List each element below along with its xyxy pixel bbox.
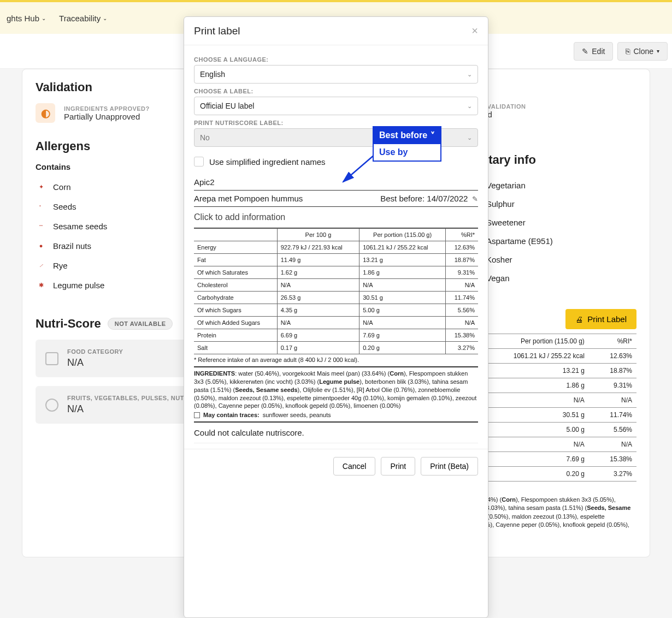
add-information[interactable]: Click to add information xyxy=(194,207,478,228)
label-value: Official EU label xyxy=(200,102,254,110)
simplified-checkbox[interactable] xyxy=(194,157,204,167)
cell: N/A xyxy=(359,279,446,292)
menu-label: Traceability xyxy=(59,14,101,23)
nutriscore-pill: NOT AVAILABLE xyxy=(108,318,173,330)
cell: 15.38% xyxy=(446,329,478,342)
cell: 922.79 kJ / 221.93 kcal xyxy=(277,241,359,254)
cell: Energy xyxy=(194,241,277,254)
tbl-h-ri: %RI* xyxy=(589,334,636,349)
close-button[interactable]: × xyxy=(471,25,478,37)
edit-label: Edit xyxy=(592,47,605,56)
menu-traceability[interactable]: Traceability⌄ xyxy=(52,14,114,23)
cell: Of which Saturates xyxy=(194,266,277,279)
print-beta-button[interactable]: Print (Beta) xyxy=(421,457,478,476)
chevron-down-icon: ⌄ xyxy=(467,134,472,141)
cell: 11.74% xyxy=(446,292,478,304)
allergen-label: Rye xyxy=(53,261,68,270)
cell: 5.56% xyxy=(446,304,478,317)
allergen-label: Brazil nuts xyxy=(53,241,91,251)
dropdown-option-use-by[interactable]: Use by xyxy=(374,144,440,161)
dietary-item: KKosher xyxy=(470,250,636,269)
modal-title: Print label xyxy=(194,25,240,37)
cell: 1.86 g xyxy=(359,266,446,279)
dietary-label: Vegetarian xyxy=(486,181,526,190)
txt: Legume pulse xyxy=(319,378,359,385)
cell: 9.31% xyxy=(446,266,478,279)
allergen-label: Sesame seeds xyxy=(53,222,107,231)
cell: N/A xyxy=(277,317,359,329)
menu-insights-hub[interactable]: ghts Hub⌄ xyxy=(0,14,52,23)
cell: N/A xyxy=(277,279,359,292)
edit-icon xyxy=(582,47,588,56)
chevron-down-icon: ⌄ xyxy=(467,103,472,110)
nutrition-validation-label: TION VALIDATION xyxy=(470,103,636,110)
modal-ref-note: * Reference intake of an average adult (… xyxy=(194,356,478,363)
txt: Seeds, Sesame seeds xyxy=(235,387,297,393)
print-button[interactable]: Print xyxy=(381,457,415,476)
cell: 7.69 g xyxy=(359,329,446,342)
cancel-button[interactable]: Cancel xyxy=(333,457,376,476)
cell: 12.63% xyxy=(589,349,636,364)
cell: 12.63% xyxy=(446,241,478,254)
dropdown-option-best-before[interactable]: Best before˅ xyxy=(374,127,440,144)
dietary-label: Kosher xyxy=(486,255,512,264)
nutriscore-error: Could not calculate nutriscore. xyxy=(194,423,478,443)
dietary-label: Vegan xyxy=(486,274,510,283)
allergen-label: Seeds xyxy=(53,202,76,211)
cell: 15.38% xyxy=(589,452,636,467)
menu-label: ghts Hub xyxy=(7,14,39,23)
cell: N/A xyxy=(589,437,636,452)
nutriscore-value: No xyxy=(200,133,210,142)
legume-icon: ✱ xyxy=(36,280,46,290)
print-label-button[interactable]: Print Label xyxy=(565,309,636,329)
opt-label: Use by xyxy=(379,147,408,157)
dietary-heading: Dietary info xyxy=(470,153,636,167)
cell: 5.00 g xyxy=(359,304,446,317)
may-pfx: May contain traces: xyxy=(203,411,260,419)
ingredients-approved-label: INGREDIENTS APPROVED? xyxy=(64,105,150,112)
txt: Corn xyxy=(390,370,404,377)
rye-icon: ⟋ xyxy=(36,260,46,271)
cell: Of which Sugars xyxy=(194,304,277,317)
nuts-icon: ● xyxy=(36,240,46,251)
clone-label: Clone xyxy=(633,47,653,56)
dietary-label: Aspartame (E951) xyxy=(486,236,553,246)
cell: N/A xyxy=(589,393,636,408)
dietary-item: AAspartame (E951) xyxy=(470,231,636,250)
chevron-down-icon: ⌄ xyxy=(42,15,46,21)
dietary-item: SSulphur xyxy=(470,194,636,213)
h: %RI* xyxy=(446,229,478,241)
modal-nutrition-table: Per 100 gPer portion (115.00 g)%RI* Ener… xyxy=(194,228,478,354)
cell: 11.74% xyxy=(589,408,636,423)
language-label: CHOOSE A LANGUAGE: xyxy=(194,56,478,63)
best-before-field[interactable]: Best before: 14/07/2022 ✎ xyxy=(380,194,478,203)
food-category-label: FOOD CATEGORY xyxy=(67,348,123,355)
fruits-value: N/A xyxy=(67,403,188,415)
clone-button[interactable]: Clone▾ xyxy=(617,42,668,61)
nutriscore-heading: Nutri-Score xyxy=(36,317,101,331)
seeds-icon: ⠂ xyxy=(36,201,46,212)
may-txt: sunflower seeds, peanuts xyxy=(263,411,331,419)
dietary-item: SSweetener xyxy=(470,213,636,231)
cell: 30.51 g xyxy=(359,292,446,304)
cell: 13.21 g xyxy=(359,254,446,266)
cell: 3.27% xyxy=(446,342,478,354)
cell: 3.27% xyxy=(589,467,636,482)
apic-line[interactable]: Apic2 xyxy=(194,174,478,191)
cell: N/A xyxy=(446,279,478,292)
cell: 1.62 g xyxy=(277,266,359,279)
nutrition-validation-value: idated xyxy=(470,110,636,119)
chevron-down-icon: ˅ xyxy=(431,130,435,141)
edit-button[interactable]: Edit xyxy=(574,42,613,61)
allergen-label: Corn xyxy=(53,182,71,192)
label-label: CHOOSE A LABEL: xyxy=(194,88,478,94)
cell: Carbohydrate xyxy=(194,292,277,304)
dietary-label: Sweetener xyxy=(486,218,526,227)
language-select[interactable]: English⌄ xyxy=(194,65,478,84)
cell: 11.49 g xyxy=(277,254,359,266)
cell: 0.17 g xyxy=(277,342,359,354)
dietary-item: VVegetarian xyxy=(470,176,636,194)
may-contain-checkbox[interactable] xyxy=(194,412,200,418)
fruits-label: FRUITS, VEGETABLES, PULSES, NUTS xyxy=(67,395,188,401)
label-select[interactable]: Official EU label⌄ xyxy=(194,97,478,115)
